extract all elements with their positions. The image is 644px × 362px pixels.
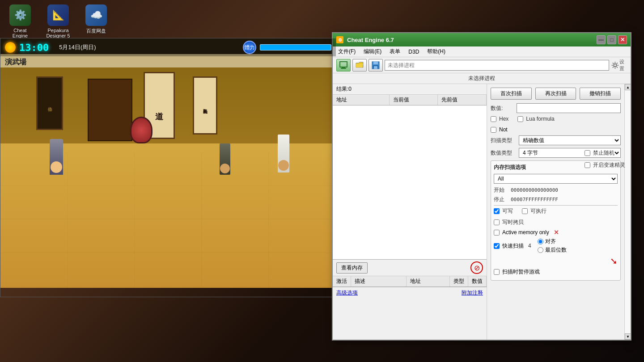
ce-mem-scan-section: 内存扫描选项 All 开始 0000000000000000 停止 (491, 160, 621, 281)
ce-advanced-link[interactable]: 高级选项 (336, 289, 358, 297)
ce-menu-form[interactable]: 表单 (386, 47, 404, 56)
ce-process-title: 未选择进程 (468, 75, 495, 82)
ce-value-label: 数值: (491, 105, 513, 112)
ce-hex-checkbox-row: Hex (491, 116, 508, 122)
ce-mem-all-dropdown[interactable]: All (494, 174, 618, 184)
ce-first-scan-button[interactable]: 首次扫描 (491, 88, 532, 100)
ce-close-button[interactable]: ✕ (618, 35, 627, 44)
ce-process-select-button[interactable] (336, 59, 351, 72)
ce-save-button[interactable] (369, 59, 383, 72)
ce-value-input[interactable] (517, 103, 621, 113)
ce-right-scrollbar[interactable]: ▲ ▼ (624, 84, 631, 340)
ce-bottom-columns: 激活 描述 地址 类型 数值 (333, 276, 487, 287)
ce-scan-buttons: 首次扫描 再次扫描 撤销扫描 (491, 88, 621, 100)
ce-settings-icon[interactable]: 设置 (611, 59, 627, 72)
gear-settings-icon (611, 60, 619, 71)
baidu-icon[interactable]: ☁️ 百度网盘 (80, 4, 112, 38)
ce-scrollbar-down[interactable]: ▼ (625, 333, 631, 340)
ce-start-address-row: 开始 0000000000000000 (494, 186, 618, 194)
ce-menu-help[interactable]: 帮助(H) (424, 47, 449, 56)
desktop: ⚙️ CheatEngine 📐 PepakuraDesigner 5 ☁️ 百… (0, 0, 644, 362)
ce-writable-checkbox[interactable] (494, 208, 500, 214)
ce-stop-value: 00007FFFFFFFFFFF (511, 197, 558, 202)
date-text: 5月14日(周日) (59, 43, 96, 51)
scroll-left: 心技体 (36, 76, 63, 130)
ce-cow-checkbox[interactable] (494, 219, 500, 225)
ce-align-radio[interactable] (538, 239, 543, 244)
char-right (278, 135, 289, 171)
ce-fast-scan-row: 快速扫描 4 对齐 最后位数 (494, 238, 618, 254)
ce-pause-scan-label: 扫描时暂停游戏 (502, 268, 540, 276)
ce-executable-checkbox[interactable] (522, 208, 528, 214)
cheat-engine-icon[interactable]: ⚙️ CheatEngine (4, 4, 36, 38)
stamina-fill (260, 44, 331, 51)
ce-undo-scan-button[interactable]: 撤销扫描 (580, 88, 621, 100)
ce-stop-icon[interactable]: ⊘ (470, 261, 483, 274)
ce-scrollbar-up[interactable]: ▲ (625, 84, 631, 90)
ce-speed-row: 开启变速精灵 (585, 161, 624, 169)
ce-menu-edit[interactable]: 编辑(E) (360, 47, 385, 56)
ce-window: ⚙ Cheat Engine 6.7 — □ ✕ 文件(F) 编辑(E) 表单 … (332, 32, 631, 341)
ce-speed-checkbox[interactable] (585, 162, 590, 168)
drum (130, 117, 153, 143)
ce-scrollbar-track (625, 90, 631, 333)
ce-menu-d3d[interactable]: D3D (405, 48, 423, 56)
ce-minimize-button[interactable]: — (597, 35, 606, 44)
ce-lua-checkbox[interactable] (517, 116, 523, 122)
pepakura-icon[interactable]: 📐 PepakuraDesigner 5 (42, 4, 74, 38)
ce-start-value: 0000000000000000 (511, 187, 558, 193)
ce-active-mem-checkbox[interactable] (494, 230, 500, 236)
ce-disable-random-checkbox[interactable] (585, 150, 590, 156)
stamina-icon: 體力 (243, 41, 256, 54)
ce-fast-scan-checkbox[interactable] (494, 243, 500, 249)
game-content: 13:00 5月14日(周日) 體力 演武場 心技体 道 礼義廉恥 (0, 38, 336, 288)
ce-radio-group: 对齐 最后位数 (538, 238, 567, 254)
char-center (220, 143, 230, 173)
ce-titlebar: ⚙ Cheat Engine 6.7 — □ ✕ (333, 33, 631, 46)
ce-align-label: 对齐 (545, 238, 556, 245)
ce-pause-scan-row: 扫描时暂停游戏 (494, 268, 618, 276)
ce-not-checkbox[interactable] (491, 127, 496, 133)
ce-menu-file[interactable]: 文件(F) (335, 47, 359, 56)
folder-icon (355, 61, 364, 69)
scroll-right: 礼義廉恥 (193, 76, 217, 135)
ce-not-label: Not (499, 126, 508, 133)
ce-col-address[interactable]: 地址 (333, 95, 390, 105)
ce-speed-label: 开启变速精灵 (593, 161, 624, 169)
ce-cow-row: 写时拷贝 (494, 219, 618, 226)
ce-next-scan-button[interactable]: 再次扫描 (535, 88, 576, 100)
ce-view-memory-button[interactable]: 查看内存 (336, 262, 368, 274)
ce-bottom-toolbar: 查看内存 ⊘ (333, 260, 487, 276)
ce-bcol-type: 类型 (450, 276, 468, 286)
ce-fast-scan-label: 快速扫描 (502, 242, 524, 250)
game-hud: 13:00 5月14日(周日) 體力 (0, 38, 336, 56)
svg-point-7 (614, 63, 616, 66)
ce-executable-row: 可执行 (522, 207, 547, 215)
ce-results-columns: 地址 当前值 先前值 (333, 95, 487, 105)
ce-active-mem-close[interactable]: ✕ (554, 229, 559, 236)
ce-col-previous[interactable]: 先前值 (438, 95, 487, 105)
ce-pause-scan-checkbox[interactable] (494, 269, 500, 275)
ce-lastbit-radio[interactable] (538, 247, 543, 253)
ce-main-area: 结果:0 地址 当前值 先前值 查看内存 ⊘ (333, 84, 631, 340)
ce-bcol-desc: 描述 (351, 276, 407, 286)
ce-hex-checkbox[interactable] (491, 116, 496, 122)
ce-add-note-link[interactable]: 附加注释 (462, 289, 483, 297)
ce-writable-label: 可写 (502, 207, 513, 215)
ce-cow-label: 写时拷贝 (502, 219, 524, 226)
ce-col-current[interactable]: 当前值 (390, 95, 438, 105)
pepakura-label: PepakuraDesigner 5 (46, 28, 70, 38)
ce-scan-type-dropdown[interactable]: 精确数值 (519, 135, 621, 145)
ce-open-button[interactable] (352, 59, 367, 72)
time-display: 13:00 5月14日(周日) (5, 42, 96, 53)
ce-hex-label: Hex (499, 116, 508, 122)
time-text: 13:00 (19, 42, 49, 53)
ce-process-input[interactable] (385, 60, 609, 71)
ce-bottom-panel: 查看内存 ⊘ 激活 描述 地址 类型 数值 高级选 (333, 259, 487, 340)
ce-bcol-active: 激活 (333, 276, 351, 286)
ce-results-count: 结果:0 (333, 84, 487, 95)
ce-menubar: 文件(F) 编辑(E) 表单 D3D 帮助(H) (333, 46, 631, 57)
ce-lastbit-label: 最后位数 (545, 246, 567, 254)
game-window: 13:00 5月14日(周日) 體力 演武場 心技体 道 礼義廉恥 (0, 38, 335, 297)
ce-maximize-button[interactable]: □ (607, 35, 616, 44)
